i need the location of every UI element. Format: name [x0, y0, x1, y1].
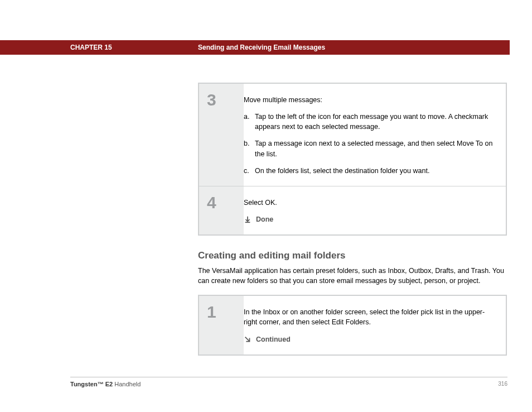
step-body: In the Inbox or on another folder screen…: [244, 296, 506, 354]
chapter-title: Sending and Receiving Email Messages: [198, 44, 325, 51]
done-indicator: Done: [244, 214, 495, 224]
step-row-1: 1 In the Inbox or on another folder scre…: [199, 296, 506, 354]
sub-text: Tap to the left of the icon for each mes…: [255, 112, 495, 132]
continued-icon: [244, 336, 252, 343]
continued-indicator: Continued: [244, 334, 495, 344]
content-area: 3 Move multiple messages: a. Tap to the …: [198, 83, 507, 359]
step-row-4: 4 Select OK. Done: [199, 186, 506, 234]
header-gap: [510, 40, 532, 55]
product-name-bold: Tungsten™ E2: [70, 381, 113, 387]
step-number: 3: [199, 84, 244, 186]
section-paragraph: The VersaMail application has certain pr…: [198, 266, 507, 286]
svg-line-2: [245, 337, 250, 341]
step-box-a: 3 Move multiple messages: a. Tap to the …: [198, 83, 507, 236]
sub-text: Tap a message icon next to a selected me…: [255, 138, 495, 159]
chapter-header: CHAPTER 15 Sending and Receiving Email M…: [0, 40, 532, 55]
done-icon: [244, 215, 252, 223]
step-number: 4: [199, 186, 244, 234]
continued-label: Continued: [256, 334, 291, 344]
sub-item: b. Tap a message icon next to a selected…: [244, 138, 495, 159]
page-number: 316: [498, 381, 507, 387]
sub-letter: b.: [244, 138, 255, 159]
step-text: In the Inbox or on another folder screen…: [244, 307, 495, 327]
step-body: Move multiple messages: a. Tap to the le…: [244, 84, 506, 186]
sub-letter: a.: [244, 112, 255, 132]
sub-letter: c.: [244, 166, 255, 176]
sub-text: On the folders list, select the destinat…: [255, 166, 495, 176]
page-footer: Tungsten™ E2 Handheld 316: [70, 377, 507, 387]
chapter-label: CHAPTER 15: [70, 44, 112, 51]
step-intro: Move multiple messages:: [244, 95, 495, 105]
sub-item: c. On the folders list, select the desti…: [244, 166, 495, 176]
done-label: Done: [256, 214, 273, 224]
footer-product: Tungsten™ E2 Handheld: [70, 381, 141, 387]
sub-list: a. Tap to the left of the icon for each …: [244, 112, 495, 176]
section-heading: Creating and editing mail folders: [198, 250, 507, 261]
step-number: 1: [199, 296, 244, 354]
product-name-rest: Handheld: [113, 381, 141, 387]
step-text: Select OK.: [244, 198, 495, 208]
step-row-3: 3 Move multiple messages: a. Tap to the …: [199, 84, 506, 186]
step-body: Select OK. Done: [244, 186, 506, 234]
step-box-b: 1 In the Inbox or on another folder scre…: [198, 295, 507, 355]
sub-item: a. Tap to the left of the icon for each …: [244, 112, 495, 132]
